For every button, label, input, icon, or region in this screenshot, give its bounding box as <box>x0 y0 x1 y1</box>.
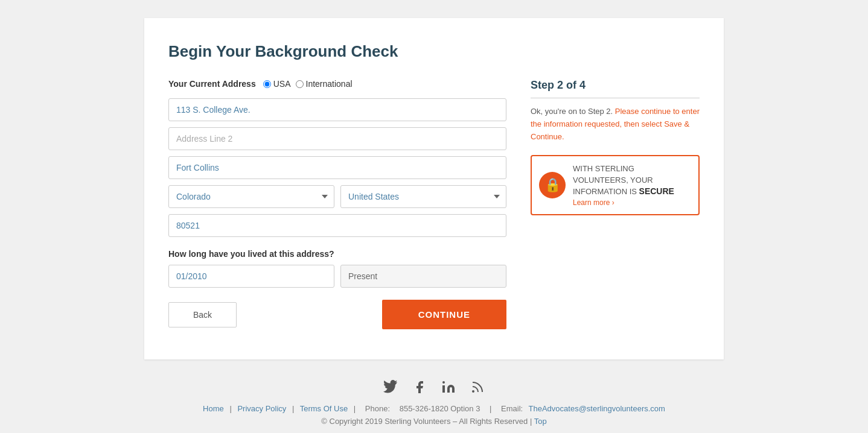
footer-email-label: Email: <box>501 404 523 413</box>
address-label: Your Current Address <box>168 79 256 89</box>
svg-point-0 <box>442 381 445 384</box>
country-select[interactable]: United StatesCanadaMexicoUnited KingdomA… <box>340 185 506 208</box>
radio-usa-label[interactable]: USA <box>263 79 291 89</box>
state-select[interactable]: AlabamaAlaskaArizonaArkansasCaliforniaCo… <box>168 185 334 208</box>
footer-sep5: | <box>530 417 534 426</box>
footer-terms-link[interactable]: Terms Of Use <box>300 404 348 413</box>
social-icons <box>203 378 665 397</box>
duration-label: How long have you lived at this address? <box>168 249 506 259</box>
footer-sep4: | <box>490 404 491 413</box>
form-section: Your Current Address USA International <box>168 79 506 329</box>
city-input[interactable] <box>168 156 506 179</box>
facebook-icon[interactable] <box>410 378 429 397</box>
footer-home-link[interactable]: Home <box>203 404 224 413</box>
duration-row <box>168 265 506 288</box>
footer-privacy-link[interactable]: Privacy Policy <box>237 404 286 413</box>
footer-sep2: | <box>292 404 294 413</box>
page-title: Begin Your Background Check <box>168 42 700 61</box>
secure-line2: INFORMATION IS <box>573 187 639 196</box>
svg-point-1 <box>473 391 474 392</box>
secure-text: WITH STERLING VOLUNTEERS, YOUR INFORMATI… <box>573 163 691 197</box>
footer-copyright: © Copyright 2019 Sterling Volunteers – A… <box>203 417 665 426</box>
radio-usa[interactable] <box>263 80 271 88</box>
lock-icon-circle: 🔒 <box>539 172 566 198</box>
rss-icon[interactable] <box>468 378 487 397</box>
footer: Home | Privacy Policy | Terms Of Use | P… <box>203 378 665 433</box>
radio-international-label[interactable]: International <box>296 79 353 89</box>
address-label-row: Your Current Address USA International <box>168 79 506 89</box>
radio-international[interactable] <box>296 80 304 88</box>
footer-sep3: | <box>354 404 356 413</box>
footer-phone-label: Phone: <box>365 404 390 413</box>
zip-input[interactable] <box>168 214 506 237</box>
secure-text-block: WITH STERLING VOLUNTEERS, YOUR INFORMATI… <box>573 163 691 207</box>
duration-from-input[interactable] <box>168 265 334 288</box>
secure-box: 🔒 WITH STERLING VOLUNTEERS, YOUR INFORMA… <box>531 155 700 215</box>
sidebar-section: Step 2 of 4 Ok, you're on to Step 2. Ple… <box>531 79 700 329</box>
lock-icon: 🔒 <box>544 177 561 193</box>
back-button[interactable]: Back <box>168 302 237 327</box>
footer-phone-value: 855-326-1820 Option 3 <box>400 404 480 413</box>
secure-bold: SECURE <box>639 186 674 196</box>
footer-links: Home | Privacy Policy | Terms Of Use | P… <box>203 404 665 413</box>
content-row: Your Current Address USA International <box>168 79 700 329</box>
step-desc: Ok, you're on to Step 2. Please continue… <box>531 106 700 143</box>
button-row: Back CONTINUE <box>168 300 506 329</box>
duration-to-input[interactable] <box>340 265 506 288</box>
linkedin-icon[interactable] <box>439 378 458 397</box>
step-desc-text1: Ok, you're on to Step 2. <box>531 107 615 116</box>
footer-top-link[interactable]: Top <box>534 417 547 426</box>
main-card: Begin Your Background Check Your Current… <box>144 18 724 359</box>
address-line1-input[interactable] <box>168 98 506 121</box>
secure-line1: WITH STERLING VOLUNTEERS, YOUR <box>573 164 653 184</box>
learn-more-link[interactable]: Learn more › <box>573 198 614 207</box>
page-wrapper: Begin Your Background Check Your Current… <box>0 0 868 433</box>
twitter-icon[interactable] <box>381 378 400 397</box>
copyright-text: © Copyright 2019 Sterling Volunteers – A… <box>321 417 528 426</box>
state-country-row: AlabamaAlaskaArizonaArkansasCaliforniaCo… <box>168 185 506 208</box>
address-line2-input[interactable] <box>168 127 506 150</box>
address-type-radio-group: USA International <box>263 79 353 89</box>
continue-button[interactable]: CONTINUE <box>382 300 506 329</box>
footer-email-link[interactable]: TheAdvocates@sterlingvolunteers.com <box>529 404 665 413</box>
footer-sep1: | <box>229 404 231 413</box>
step-title: Step 2 of 4 <box>531 79 700 98</box>
